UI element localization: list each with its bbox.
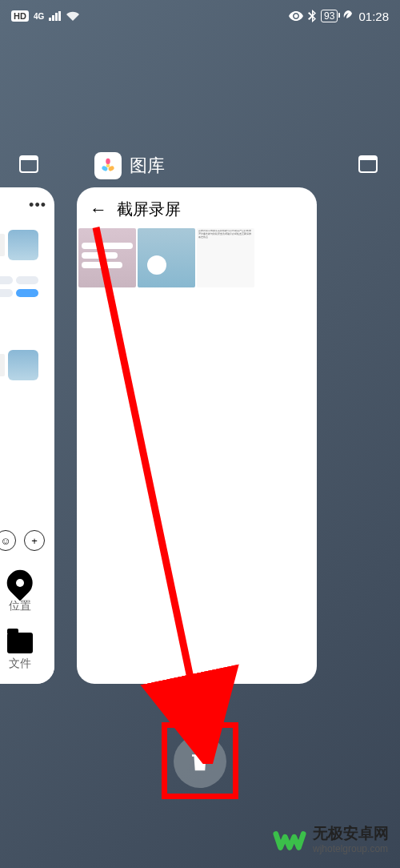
leaf-icon <box>342 10 354 22</box>
right-app-window-icon[interactable] <box>358 152 382 176</box>
back-arrow-icon[interactable]: ← <box>90 199 107 220</box>
left-app-window-icon[interactable] <box>19 152 43 176</box>
folder-icon[interactable] <box>7 633 33 653</box>
thumbnail <box>0 354 5 376</box>
screenshot-thumbnail[interactable] <box>138 228 195 287</box>
watermark: 无极安卓网 wjhotelgroup.com <box>273 823 389 857</box>
status-bar: HD 4G 93 01:28 <box>0 0 400 32</box>
wifi-icon <box>66 11 79 21</box>
album-title: 截屏录屏 <box>117 199 181 220</box>
thumbnail <box>8 350 38 380</box>
eye-icon <box>289 11 303 21</box>
gallery-app-icon <box>94 152 122 179</box>
battery-indicator: 93 <box>321 10 338 22</box>
thumbnail <box>0 234 5 256</box>
network-indicator: 4G <box>34 12 44 21</box>
status-left: HD 4G <box>11 10 79 22</box>
watermark-title: 无极安卓网 <box>313 825 389 843</box>
location-label: 位置 <box>9 599 31 613</box>
recent-app-card-gallery[interactable]: ← 截屏录屏 系统设置中有很多高级功能可以帮助用户更好地管理设备性能与隐私安全选… <box>77 187 317 684</box>
add-icon[interactable]: + <box>24 530 45 551</box>
hd-badge: HD <box>11 10 29 22</box>
more-menu-icon[interactable]: ••• <box>0 197 54 214</box>
emoji-icon[interactable]: ☺ <box>0 530 16 551</box>
watermark-url: wjhotelgroup.com <box>313 843 389 854</box>
center-app-header[interactable]: 图库 <box>94 152 165 179</box>
file-label: 文件 <box>9 657 31 671</box>
trash-icon <box>188 749 212 774</box>
clock-time: 01:28 <box>358 10 389 23</box>
svg-point-1 <box>106 159 110 164</box>
watermark-logo <box>273 823 306 857</box>
screenshot-thumbnail[interactable]: 系统设置中有很多高级功能可以帮助用户更好地管理设备性能与隐私安全选项建议定期检查… <box>197 228 254 287</box>
window-icon <box>358 155 378 173</box>
svg-point-4 <box>106 164 110 168</box>
bluetooth-icon <box>308 10 316 22</box>
window-icon <box>19 155 38 173</box>
thumbnail <box>8 230 38 260</box>
signal-icon <box>49 11 62 21</box>
screenshot-grid: 系统设置中有很多高级功能可以帮助用户更好地管理设备性能与隐私安全选项建议定期检查… <box>77 228 317 287</box>
clear-all-button[interactable] <box>174 735 226 788</box>
screenshot-thumbnail[interactable] <box>78 228 136 287</box>
status-right: 93 01:28 <box>289 10 389 23</box>
screenshot-thumbnail[interactable] <box>256 228 315 287</box>
recent-app-card-left[interactable]: ••• ☺ + 位置 文件 <box>0 187 54 684</box>
location-icon[interactable] <box>2 565 38 601</box>
center-app-title: 图库 <box>130 154 165 178</box>
